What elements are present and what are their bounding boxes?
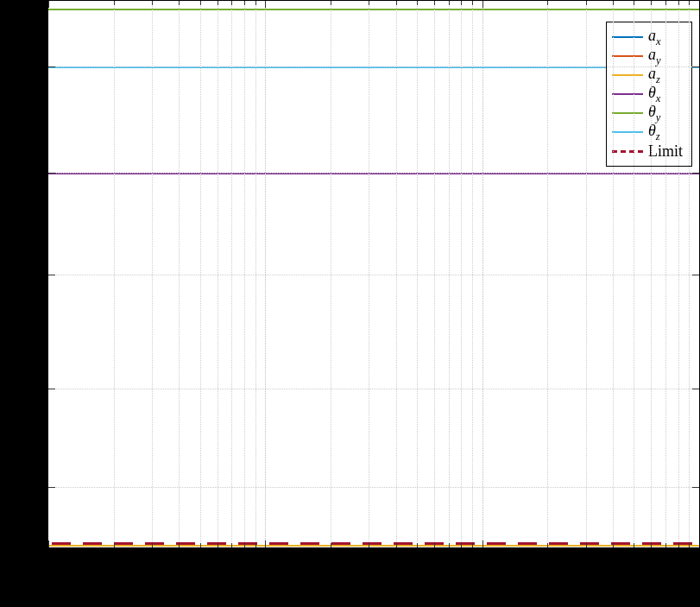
legend-swatch-az: [612, 74, 643, 76]
legend-swatch-tz: [612, 131, 643, 133]
legend-swatch-tx: [612, 93, 643, 95]
legend-entry-tz: θz: [612, 123, 683, 142]
legend-swatch-ty: [612, 112, 643, 114]
legend-swatch-ax: [612, 36, 643, 38]
legend-label-tz: θz: [648, 122, 660, 143]
legend-entry-ty: θy: [612, 104, 683, 123]
legend-entry-limit: Limit: [612, 142, 683, 161]
series-a-z: [48, 545, 699, 547]
legend-label-ay: ay: [648, 46, 661, 67]
legend-entry-ay: ay: [612, 47, 683, 66]
legend-entry-ax: ax: [612, 28, 683, 47]
series-theta-y: [48, 9, 699, 10]
series-limit: [48, 542, 699, 545]
legend-entry-tx: θx: [612, 85, 683, 104]
legend-swatch-limit: [612, 150, 643, 153]
chart-container: ax ay az θx θy θz: [0, 0, 700, 607]
legend-label-tx: θx: [648, 84, 660, 105]
legend: ax ay az θx θy θz: [606, 22, 692, 167]
plot-area: ax ay az θx θy θz: [47, 0, 700, 548]
legend-label-ty: θy: [648, 103, 660, 124]
legend-label-az: az: [648, 65, 660, 86]
legend-swatch-ay: [612, 55, 643, 57]
legend-entry-az: az: [612, 66, 683, 85]
legend-label-ax: ax: [648, 27, 661, 48]
